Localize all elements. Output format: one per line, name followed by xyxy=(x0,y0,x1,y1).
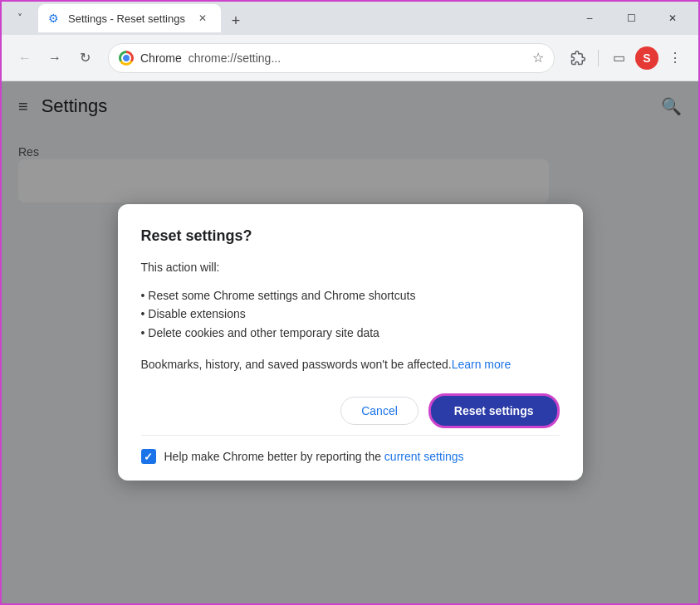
title-bar: ˅ ⚙ Settings - Reset settings ✕ + – ☐ ✕ xyxy=(2,2,698,35)
tab-favicon-icon: ⚙ xyxy=(48,12,61,25)
close-button[interactable]: ✕ xyxy=(653,6,692,31)
extensions-icon-button[interactable] xyxy=(565,45,591,71)
cancel-button[interactable]: Cancel xyxy=(340,397,419,425)
chrome-menu-button[interactable]: ⋮ xyxy=(662,45,688,71)
sidebar-toggle-button[interactable]: ▭ xyxy=(605,45,632,71)
dialog-bullet-list: Reset some Chrome settings and Chrome sh… xyxy=(141,286,560,342)
address-url: chrome://setting... xyxy=(188,51,281,65)
dialog-note: Bookmarks, history, and saved passwords … xyxy=(141,355,560,373)
checkbox-wrapper: ✓ Help make Chrome better by reporting t… xyxy=(141,449,464,464)
bullet-item-2: Disable extensions xyxy=(141,305,560,323)
window-controls: – ☐ ✕ xyxy=(570,6,692,31)
toolbar-icons: ▭ S ⋮ xyxy=(565,45,688,71)
dialog-overlay: Reset settings? This action will: Reset … xyxy=(2,81,698,603)
dialog-footer: ✓ Help make Chrome better by reporting t… xyxy=(141,435,560,464)
bullet-item-3: Delete cookies and other temporary site … xyxy=(141,324,560,342)
learn-more-link[interactable]: Learn more xyxy=(452,358,512,371)
tab-close-button[interactable]: ✕ xyxy=(194,10,211,27)
address-brand: Chrome xyxy=(140,51,182,65)
reset-settings-button[interactable]: Reset settings xyxy=(428,393,560,428)
page-content: ≡ Settings 🔍 Res Reset settings? This ac… xyxy=(2,81,698,603)
tab-strip: ⚙ Settings - Reset settings ✕ + xyxy=(38,4,564,32)
active-tab: ⚙ Settings - Reset settings ✕ xyxy=(38,4,221,32)
nav-bar: ← → ↻ Chrome chrome://setting... ☆ ▭ S ⋮ xyxy=(2,35,698,81)
refresh-button[interactable]: ↻ xyxy=(71,45,98,71)
footer-prefix: Help make Chrome better by reporting the xyxy=(164,450,384,463)
maximize-button[interactable]: ☐ xyxy=(612,6,650,31)
tab-title: Settings - Reset settings xyxy=(68,12,188,25)
tab-list-button[interactable]: ˅ xyxy=(8,7,32,30)
browser-frame: ˅ ⚙ Settings - Reset settings ✕ + – ☐ ✕ … xyxy=(2,2,698,603)
current-settings-link[interactable]: current settings xyxy=(384,450,464,463)
toolbar-divider xyxy=(598,50,599,66)
forward-button[interactable]: → xyxy=(42,45,68,71)
minimize-button[interactable]: – xyxy=(570,6,609,31)
address-bar[interactable]: Chrome chrome://setting... ☆ xyxy=(108,43,555,73)
check-icon: ✓ xyxy=(144,451,153,463)
dialog-action-intro: This action will: xyxy=(141,258,560,276)
reset-dialog: Reset settings? This action will: Reset … xyxy=(118,204,583,481)
reporting-checkbox[interactable]: ✓ xyxy=(141,449,156,464)
new-tab-button[interactable]: + xyxy=(224,9,247,32)
back-button[interactable]: ← xyxy=(12,45,38,71)
profile-avatar[interactable]: S xyxy=(635,46,658,70)
bookmark-icon[interactable]: ☆ xyxy=(532,50,544,66)
dialog-note-text: Bookmarks, history, and saved passwords … xyxy=(141,358,452,371)
dialog-title: Reset settings? xyxy=(141,227,560,245)
chrome-logo-icon xyxy=(119,51,134,66)
dialog-body: This action will: Reset some Chrome sett… xyxy=(141,258,560,374)
dialog-actions: Cancel Reset settings xyxy=(141,393,560,435)
footer-text: Help make Chrome better by reporting the… xyxy=(164,450,464,463)
bullet-item-1: Reset some Chrome settings and Chrome sh… xyxy=(141,286,560,305)
